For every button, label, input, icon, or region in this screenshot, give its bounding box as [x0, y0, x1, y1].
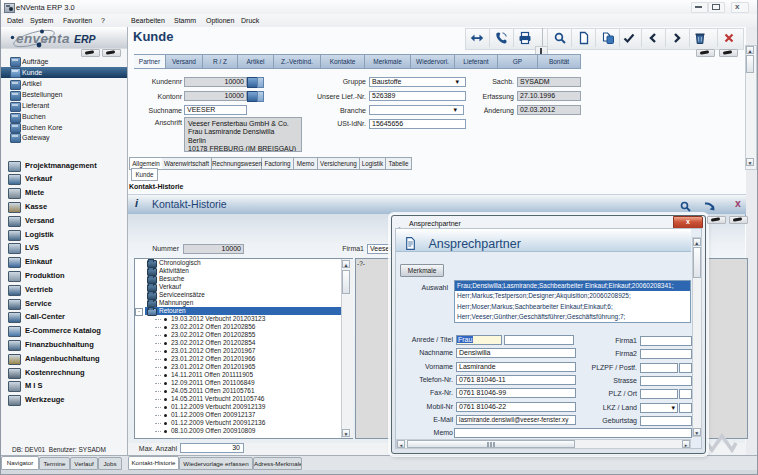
svg-text:enventa: enventa [16, 31, 70, 46]
svg-text:ERP: ERP [74, 33, 97, 45]
